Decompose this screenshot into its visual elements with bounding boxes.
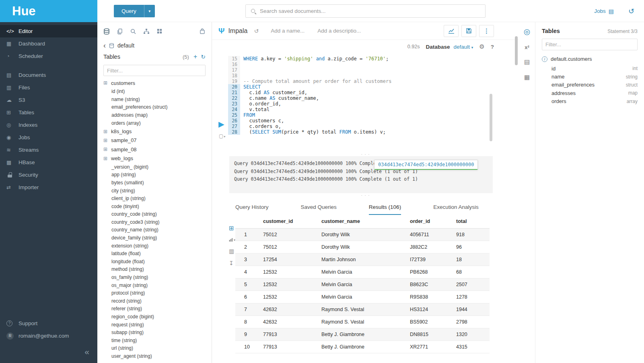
documents-assist-icon[interactable] <box>117 28 123 35</box>
database-select[interactable]: default ▾ <box>453 44 473 50</box>
column-item[interactable]: os_family (string) <box>103 273 212 281</box>
column-item[interactable]: client_ip (string) <box>103 194 212 202</box>
download-icon[interactable]: ↧ <box>229 260 235 266</box>
query-description-input[interactable] <box>317 28 362 34</box>
sidebar-item-importer[interactable]: ⇄Importer <box>0 181 97 194</box>
query-name-input[interactable] <box>271 28 311 34</box>
refresh-icon[interactable]: ↻ <box>201 54 206 60</box>
apps-grid-icon[interactable] <box>156 28 163 34</box>
editor-scrollbar[interactable] <box>490 94 492 141</box>
chart-view-icon[interactable]: ▾ <box>229 237 235 242</box>
table-item[interactable]: ⊞web_logs <box>103 154 212 163</box>
column-item[interactable]: ordersarray <box>542 97 638 105</box>
column-item[interactable]: device_family (string) <box>103 234 212 242</box>
query-dropdown-caret[interactable]: ▾ <box>144 5 155 17</box>
bag-icon[interactable] <box>199 28 206 35</box>
column-item[interactable]: name (string) <box>103 95 212 103</box>
table-item[interactable]: ⊞k8s_logs <box>103 127 212 136</box>
table-row[interactable]: 742632Raymond S. VestalHS31241944 <box>235 303 490 316</box>
help-icon[interactable]: ? <box>491 44 494 50</box>
column-item[interactable]: email_preferences (struct) <box>103 103 212 111</box>
column-item[interactable]: country_code (string) <box>103 210 212 218</box>
column-item[interactable]: _version_ (bigint) <box>103 163 212 171</box>
table-row[interactable]: 275012Dorothy WilkJ882C296 <box>235 241 490 253</box>
sidebar-item-indexes[interactable]: ◎Indexes <box>0 119 97 131</box>
column-item[interactable]: orders (array) <box>103 119 212 127</box>
hue-logo[interactable]: Hue <box>0 0 97 22</box>
language-reference-icon[interactable]: ▤ <box>524 58 530 66</box>
tab-query-history[interactable]: Query History <box>235 204 269 215</box>
column-item[interactable]: request (string) <box>103 321 212 329</box>
sidebar-item-editor[interactable]: </>Editor <box>0 25 97 37</box>
sql-editor[interactable]: 15WHERE a.key = 'shipping' and a.zip_cod… <box>212 54 519 152</box>
column-item[interactable]: addressesmap <box>542 89 638 97</box>
sidebar-item-jobs[interactable]: ◉Jobs <box>0 131 97 144</box>
table-item[interactable]: ⊞customers <box>103 78 212 87</box>
sidebar-item-dashboard[interactable]: ▦Dashboard <box>0 37 97 50</box>
sidebar-item-documents[interactable]: ▤Documents <box>0 69 97 81</box>
column-item[interactable]: country_name (string) <box>103 226 212 234</box>
column-item[interactable]: idint <box>542 64 638 72</box>
table-item[interactable]: ⊞sample_08 <box>103 145 212 154</box>
history-icon[interactable]: ↺ <box>628 7 634 16</box>
sidebar-item-security[interactable]: Security <box>0 169 97 181</box>
table-row[interactable]: 1077913Betty J. GiambroneXR27714315 <box>235 340 490 353</box>
column-item[interactable]: method (string) <box>103 266 212 274</box>
table-row[interactable]: 612532Melvin GarciaR9S8381278 <box>235 291 490 303</box>
search-input[interactable] <box>260 8 485 14</box>
sitemap-icon[interactable] <box>143 28 150 35</box>
more-actions-button[interactable]: ⋮ <box>479 25 494 37</box>
column-item[interactable]: url (string) <box>103 344 212 353</box>
resize-handle-top[interactable] <box>212 152 519 156</box>
column-item[interactable]: addresses (map) <box>103 111 212 119</box>
jobs-link[interactable]: Jobs ▤ <box>594 8 614 14</box>
column-item[interactable]: record (string) <box>103 297 212 305</box>
column-item[interactable]: os_major (string) <box>103 281 212 289</box>
breadcrumb-database[interactable]: default <box>117 42 134 49</box>
column-item[interactable]: region_code (bigint) <box>103 313 212 321</box>
execute-button[interactable]: ▶ <box>218 120 224 128</box>
table-row[interactable]: 842632Raymond S. VestalBS59022798 <box>235 316 490 328</box>
save-button[interactable] <box>461 25 476 37</box>
explain-dropdown[interactable]: ▢▾ <box>219 133 225 139</box>
grid-view-icon[interactable]: ⊞ <box>229 225 235 232</box>
add-table-icon[interactable]: + <box>193 53 197 60</box>
sidebar-item-hbase[interactable]: ▩HBase <box>0 156 97 169</box>
sidebar-item-tables[interactable]: ⊞Tables <box>0 106 97 119</box>
table-row[interactable]: 412532Melvin GarciaPB626868 <box>235 266 490 278</box>
query-button[interactable]: Query <box>114 5 144 17</box>
columns-view-icon[interactable]: ▥ <box>229 248 235 254</box>
results-column-header[interactable]: customer_id <box>261 215 319 228</box>
column-item[interactable]: latitude (float) <box>103 250 212 258</box>
table-row[interactable]: 977913Betty J. GiambroneDN88151320 <box>235 328 490 340</box>
sidebar-item-support[interactable]: ? Support <box>0 317 97 330</box>
column-item[interactable]: protocol (string) <box>103 289 212 297</box>
column-item[interactable]: code (tinyint) <box>103 202 212 210</box>
table-row[interactable]: 317254Martin JohnsonI72T3918 <box>235 253 490 266</box>
column-item[interactable]: referer (string) <box>103 305 212 313</box>
column-item[interactable]: subapp (string) <box>103 328 212 336</box>
column-item[interactable]: namestring <box>542 72 638 80</box>
column-item[interactable]: id (int) <box>103 87 212 95</box>
table-item[interactable]: ⊞sample_07 <box>103 136 212 145</box>
sidebar-item-files[interactable]: ▥Files <box>0 81 97 94</box>
collapse-sidebar-button[interactable]: « <box>0 347 97 359</box>
user-account[interactable]: R romain@gethue.com <box>0 330 97 342</box>
databases-icon[interactable] <box>103 28 110 35</box>
column-item[interactable]: country_code3 (string) <box>103 218 212 226</box>
right-filter-input[interactable] <box>542 39 638 50</box>
resize-handle-bottom[interactable] <box>212 193 519 197</box>
sidebar-item-streams[interactable]: ≋Streams <box>0 144 97 156</box>
column-item[interactable]: app (string) <box>103 171 212 179</box>
column-item[interactable]: extension (string) <box>103 242 212 250</box>
table-row[interactable]: 512532Melvin GarciaB8623C2507 <box>235 278 490 291</box>
search-assist-icon[interactable] <box>130 28 136 35</box>
schedule-icon[interactable]: ▦ <box>524 74 530 81</box>
table-filter-input[interactable] <box>103 65 206 76</box>
assist-toggle-icon[interactable]: ◎ <box>524 27 531 36</box>
tab-results-106-[interactable]: Results (106) <box>369 204 401 215</box>
table-row[interactable]: 175012Dorothy Wilk4056711918 <box>235 228 490 241</box>
back-icon[interactable]: ‹ <box>103 43 106 48</box>
column-item[interactable]: city (string) <box>103 187 212 195</box>
chart-button[interactable] <box>444 25 459 37</box>
